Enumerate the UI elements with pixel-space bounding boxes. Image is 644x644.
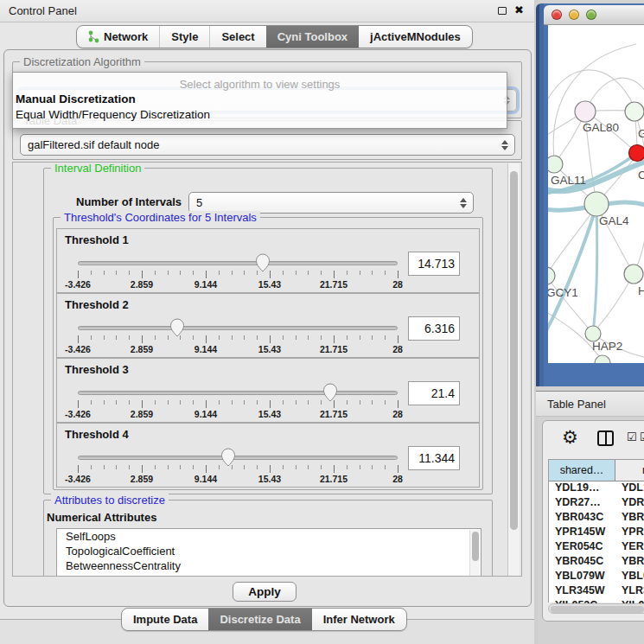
attributes-group: Attributes to discretize Numerical Attri… bbox=[43, 500, 493, 577]
control-panel-titlebar: Control Panel ✖ bbox=[0, 0, 534, 22]
node-selected-red[interactable] bbox=[629, 145, 644, 162]
menu-item-manual-discretization[interactable]: Manual Discretization bbox=[16, 92, 136, 105]
menu-item-equal-width-frequency[interactable]: Equal Width/Frequency Discretization bbox=[16, 108, 210, 121]
threshold-2-slider-track[interactable] bbox=[78, 326, 398, 330]
table-header-row: shared… n bbox=[549, 460, 644, 481]
node-partial-bottom[interactable] bbox=[595, 355, 610, 363]
table-row[interactable]: YPR145WYPR1 bbox=[549, 526, 644, 540]
tab-impute-data[interactable]: Impute Data bbox=[122, 609, 208, 630]
close-icon[interactable]: ✖ bbox=[514, 3, 524, 16]
threshold-4-block: Threshold 4 -3.426 2.859 bbox=[56, 423, 480, 488]
split-view-icon[interactable] bbox=[597, 430, 614, 446]
network-window: GAL80 G C GAL11 GAL4 GCY1 H HAP2 bbox=[536, 3, 644, 386]
checkbox-icon[interactable]: ☑ bbox=[640, 430, 644, 443]
threshold-2-thumb[interactable] bbox=[169, 318, 185, 337]
node-label: GCY1 bbox=[548, 286, 578, 299]
table-row[interactable]: YDL19…YDL1 bbox=[549, 481, 644, 496]
threshold-2-block: Threshold 2 -3.426 2.859 bbox=[56, 293, 480, 358]
threshold-1-value-field[interactable]: 14.713 bbox=[408, 252, 460, 276]
gear-icon[interactable]: ⚙ bbox=[562, 427, 578, 448]
threshold-1-thumb[interactable] bbox=[255, 253, 271, 272]
combo-stepper-icon bbox=[501, 140, 508, 150]
discretization-algorithm-group-title: Discretization Algorithm bbox=[20, 55, 144, 68]
column-header-shared-name[interactable]: shared… bbox=[549, 460, 615, 481]
interval-definition-title: Interval Definition bbox=[51, 162, 144, 175]
table-row[interactable]: YDR27…YDR2 bbox=[549, 496, 644, 511]
threshold-2-label: Threshold 2 bbox=[65, 298, 129, 311]
node-label: C bbox=[638, 169, 644, 182]
network-canvas[interactable]: GAL80 G C GAL11 GAL4 GCY1 H HAP2 bbox=[548, 25, 644, 363]
list-item[interactable]: BetweennessCentrality bbox=[57, 558, 481, 573]
list-item[interactable]: SelfLoops bbox=[57, 529, 481, 544]
node-label: GAL11 bbox=[551, 174, 586, 187]
numerical-attributes-label: Numerical Attributes bbox=[47, 511, 156, 524]
threshold-3-slider-track[interactable] bbox=[78, 391, 398, 395]
node-gal4[interactable] bbox=[584, 192, 609, 216]
threshold-3-value-field[interactable]: 21.4 bbox=[408, 381, 460, 405]
settings-vertical-scrollbar[interactable] bbox=[507, 163, 520, 576]
algorithm-placeholder: Select algorithm to view settings bbox=[13, 78, 507, 91]
column-header-name[interactable]: n bbox=[615, 460, 644, 481]
threshold-3-scale: -3.426 2.859 9.144 15.43 21.715 28 bbox=[78, 409, 398, 419]
tab-cyni-toolbox[interactable]: Cyni Toolbox bbox=[266, 26, 359, 48]
node-h[interactable] bbox=[624, 265, 643, 284]
numerical-attributes-list: SelfLoops TopologicalCoefficient Between… bbox=[56, 528, 481, 577]
apply-button[interactable]: Apply bbox=[233, 582, 296, 602]
table-row[interactable]: YBL079WYBL0 bbox=[549, 570, 644, 584]
float-window-icon[interactable] bbox=[498, 7, 507, 15]
algorithm-dropdown-popup: Select algorithm to view settings Manual… bbox=[12, 72, 507, 129]
tab-discretize-data[interactable]: Discretize Data bbox=[208, 609, 311, 630]
threshold-4-thumb[interactable] bbox=[220, 448, 236, 467]
list-item[interactable]: TopologicalCoefficient bbox=[57, 544, 481, 558]
threshold-2-value-field[interactable]: 6.316 bbox=[408, 316, 460, 341]
threshold-1-label: Threshold 1 bbox=[65, 233, 129, 246]
cyni-content-panel: Discretization Algorithm Select algorith… bbox=[3, 49, 532, 607]
tab-style[interactable]: Style bbox=[159, 26, 209, 48]
thresholds-group-title: Threshold's Coordinates for 5 Intervals bbox=[61, 211, 260, 224]
top-tab-bar: Network Style Select Cyni Toolbox jActiv… bbox=[76, 25, 473, 48]
number-of-intervals-label: Number of Intervals bbox=[76, 195, 182, 208]
node-label: G bbox=[638, 127, 644, 140]
node-gal80[interactable] bbox=[575, 101, 596, 122]
threshold-3-label: Threshold 3 bbox=[65, 363, 129, 376]
tab-select[interactable]: Select bbox=[209, 26, 265, 48]
threshold-3-block: Threshold 3 -3.426 2.859 bbox=[56, 358, 480, 423]
minimize-traffic-light-icon[interactable] bbox=[569, 10, 579, 20]
control-panel: Control Panel ✖ Network Style Select bbox=[0, 0, 534, 644]
table-data-combobox[interactable]: galFiltered.sif default node bbox=[20, 134, 515, 156]
table-row[interactable]: YBR045CYBR0 bbox=[549, 555, 644, 570]
threshold-4-label: Threshold 4 bbox=[65, 428, 129, 441]
table-row[interactable]: YBR043CYBR0 bbox=[549, 511, 644, 526]
table-row[interactable]: YER054CYER0 bbox=[549, 540, 644, 555]
list-scrollbar[interactable] bbox=[469, 530, 480, 577]
tab-jactivemnodules[interactable]: jActiveMNodules bbox=[359, 26, 472, 48]
panel-title: Control Panel bbox=[9, 4, 77, 17]
threshold-4-slider-track[interactable] bbox=[78, 456, 398, 460]
network-graph: GAL80 G C GAL11 GAL4 GCY1 H HAP2 bbox=[548, 25, 644, 363]
node-label: GAL80 bbox=[583, 121, 619, 134]
table-horizontal-scrollbar[interactable] bbox=[548, 603, 644, 614]
node-label: HAP2 bbox=[592, 340, 622, 353]
threshold-4-value-field[interactable]: 11.344 bbox=[408, 446, 460, 470]
close-traffic-light-icon[interactable] bbox=[552, 10, 562, 20]
node-gal11[interactable] bbox=[548, 156, 563, 173]
thresholds-group: Threshold's Coordinates for 5 Intervals … bbox=[53, 217, 483, 490]
interval-definition-group: Interval Definition Number of Intervals … bbox=[43, 168, 493, 494]
checkbox-icon[interactable]: ☑ bbox=[627, 430, 637, 443]
table-row[interactable]: YLR345WYLR3 bbox=[549, 584, 644, 599]
table-data-selected-value: galFiltered.sif default node bbox=[28, 138, 159, 151]
tab-network[interactable]: Network bbox=[77, 26, 159, 48]
threshold-2-scale: -3.426 2.859 9.144 15.43 21.715 28 bbox=[78, 344, 398, 354]
node-partial-top-right[interactable] bbox=[625, 102, 644, 121]
table-panel-title: Table Panel bbox=[547, 398, 606, 411]
network-icon bbox=[88, 30, 99, 43]
threshold-1-scale: -3.426 2.859 9.144 15.43 21.715 28 bbox=[78, 279, 398, 290]
threshold-1-slider-track[interactable] bbox=[78, 261, 398, 265]
node-gcy1[interactable] bbox=[548, 267, 555, 284]
node-attribute-table: shared… n YDL19…YDL1 YDR27…YDR2 YBR043CY… bbox=[548, 459, 644, 603]
zoom-traffic-light-icon[interactable] bbox=[586, 10, 596, 20]
tab-infer-network[interactable]: Infer Network bbox=[312, 609, 406, 630]
threshold-4-scale: -3.426 2.859 9.144 15.43 21.715 28 bbox=[78, 474, 398, 484]
screen: Control Panel ✖ Network Style Select bbox=[0, 0, 644, 644]
threshold-3-thumb[interactable] bbox=[322, 383, 338, 402]
